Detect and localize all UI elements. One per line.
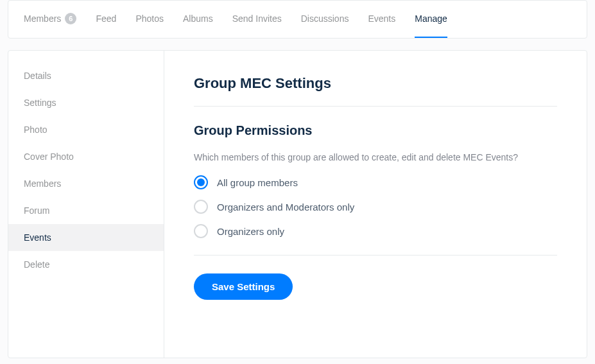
tab-discussions-label: Discussions bbox=[301, 13, 349, 24]
sidebar-item-label: Cover Photo bbox=[24, 152, 74, 162]
radio-icon bbox=[194, 200, 208, 214]
section-title: Group Permissions bbox=[194, 123, 557, 138]
help-text: Which members of this group are allowed … bbox=[194, 152, 557, 162]
sidebar-item-label: Events bbox=[24, 232, 51, 243]
sidebar-item-label: Delete bbox=[24, 259, 49, 270]
tab-manage-label: Manage bbox=[415, 13, 447, 24]
radio-option-organizers[interactable]: Organizers only bbox=[194, 224, 557, 238]
radio-option-all[interactable]: All group members bbox=[194, 175, 557, 189]
save-settings-button[interactable]: Save Settings bbox=[194, 273, 293, 300]
page-title: Group MEC Settings bbox=[194, 75, 557, 92]
radio-option-organizers-moderators[interactable]: Organizers and Moderators only bbox=[194, 200, 557, 214]
sidebar-item-photo[interactable]: Photo bbox=[8, 116, 164, 143]
tab-send-invites[interactable]: Send Invites bbox=[232, 1, 282, 38]
tab-members[interactable]: Members 6 bbox=[24, 1, 76, 38]
sidebar-item-members[interactable]: Members bbox=[8, 170, 164, 197]
tab-send-invites-label: Send Invites bbox=[232, 13, 282, 24]
tab-manage[interactable]: Manage bbox=[415, 1, 447, 38]
divider bbox=[194, 255, 557, 256]
radio-icon bbox=[194, 224, 208, 238]
radio-label: Organizers only bbox=[217, 226, 284, 237]
tab-albums[interactable]: Albums bbox=[183, 1, 213, 38]
sidebar-item-label: Forum bbox=[24, 205, 49, 216]
sidebar-item-details[interactable]: Details bbox=[8, 62, 164, 89]
members-count-badge: 6 bbox=[65, 13, 76, 24]
main-panel: Group MEC Settings Group Permissions Whi… bbox=[164, 51, 587, 358]
tab-members-label: Members bbox=[24, 13, 61, 24]
manage-sidebar: Details Settings Photo Cover Photo Membe… bbox=[8, 51, 164, 358]
radio-icon bbox=[194, 175, 208, 189]
tab-albums-label: Albums bbox=[183, 13, 213, 24]
tab-events[interactable]: Events bbox=[368, 1, 395, 38]
tab-photos-label: Photos bbox=[135, 13, 164, 24]
sidebar-item-events[interactable]: Events bbox=[8, 224, 164, 251]
sidebar-item-settings[interactable]: Settings bbox=[8, 89, 164, 116]
tab-feed[interactable]: Feed bbox=[96, 1, 116, 38]
divider bbox=[194, 106, 557, 107]
sidebar-item-label: Settings bbox=[24, 98, 56, 108]
sidebar-item-forum[interactable]: Forum bbox=[8, 197, 164, 224]
radio-label: Organizers and Moderators only bbox=[217, 202, 354, 212]
content-wrap: Details Settings Photo Cover Photo Membe… bbox=[8, 50, 587, 358]
sidebar-item-delete[interactable]: Delete bbox=[8, 251, 164, 278]
sidebar-item-label: Members bbox=[24, 178, 61, 189]
sidebar-item-label: Details bbox=[24, 71, 51, 81]
sidebar-item-label: Photo bbox=[24, 125, 47, 135]
sidebar-item-cover-photo[interactable]: Cover Photo bbox=[8, 143, 164, 170]
radio-label: All group members bbox=[217, 177, 298, 188]
tab-photos[interactable]: Photos bbox=[135, 1, 164, 38]
tab-events-label: Events bbox=[368, 13, 395, 24]
tab-discussions[interactable]: Discussions bbox=[301, 1, 349, 38]
top-tabs: Members 6 Feed Photos Albums Send Invite… bbox=[8, 0, 587, 39]
tab-feed-label: Feed bbox=[96, 13, 116, 24]
